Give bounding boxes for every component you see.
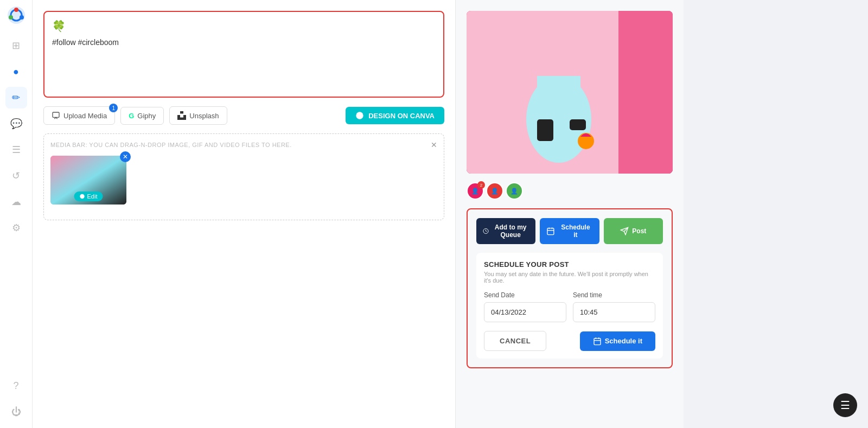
post-button[interactable]: Post xyxy=(604,218,663,244)
sidebar-item-logout[interactable]: ⏻ xyxy=(5,401,27,423)
upload-media-label: Upload Media xyxy=(63,112,107,120)
avatar-3[interactable]: 👤 xyxy=(506,182,523,200)
send-time-field: Send time xyxy=(573,291,655,322)
giphy-label: Giphy xyxy=(137,112,156,120)
action-buttons-section: Add to my Queue Schedule it Post SCHEDUL… xyxy=(467,208,673,368)
queue-label: Add to my Queue xyxy=(492,223,529,239)
sidebar-item-history[interactable]: ↺ xyxy=(5,165,27,187)
media-bar: MEDIA BAR: YOU CAN DRAG-N-DROP IMAGE, GI… xyxy=(43,133,444,220)
media-bar-label: MEDIA BAR: YOU CAN DRAG-N-DROP IMAGE, GI… xyxy=(50,140,437,149)
unsplash-label: Unsplash xyxy=(189,112,219,120)
upload-badge: 1 xyxy=(109,104,118,112)
svg-point-6 xyxy=(356,112,363,119)
action-buttons-row: Add to my Queue Schedule it Post xyxy=(476,218,663,244)
giphy-icon: G xyxy=(129,112,134,120)
chat-icon: ☰ xyxy=(840,399,850,412)
main-content: 🍀 #follow #circleboom Upload Media 1 G G… xyxy=(33,0,868,428)
post-text-content: #follow #circleboom xyxy=(52,37,436,48)
svg-rect-18 xyxy=(547,228,554,235)
sidebar: ⊞ ● ✏ 💬 ☰ ↺ ☁ ⚙ ? ⏻ xyxy=(0,0,33,428)
schedule-it-button[interactable]: Schedule it xyxy=(540,218,599,244)
canva-label: DESIGN ON CANVA xyxy=(368,112,435,120)
post-preview-image xyxy=(467,11,673,174)
schedule-label: Schedule it xyxy=(558,223,592,239)
send-date-label: Send Date xyxy=(484,291,566,299)
sidebar-item-settings[interactable]: ⚙ xyxy=(5,217,27,239)
avatar-2[interactable]: 👤 xyxy=(486,182,503,200)
thumbnail-edit-button[interactable]: Edit xyxy=(74,191,103,201)
media-bar-close[interactable]: ✕ xyxy=(431,140,438,149)
sidebar-item-cloud[interactable]: ☁ xyxy=(5,191,27,213)
schedule-fields: Send Date Send time xyxy=(484,291,655,322)
schedule-actions: CANCEL Schedule it xyxy=(484,331,655,351)
app-logo[interactable] xyxy=(7,5,26,25)
avatar-1-badge: 2 xyxy=(477,181,485,189)
svg-point-2 xyxy=(14,8,18,12)
send-date-input[interactable] xyxy=(484,302,566,322)
sidebar-item-edit[interactable]: ✏ xyxy=(5,87,27,108)
upload-media-button[interactable]: Upload Media 1 xyxy=(43,106,115,125)
schedule-subtitle: You may set any date in the future. We'l… xyxy=(484,271,655,284)
post-editor-panel: 🍀 #follow #circleboom Upload Media 1 G G… xyxy=(33,0,456,428)
thumbnail-remove-button[interactable]: ✕ xyxy=(120,151,131,162)
sidebar-item-feed[interactable]: ☰ xyxy=(5,139,27,161)
sidebar-item-dollar[interactable]: ● xyxy=(5,61,27,82)
canva-button[interactable]: DESIGN ON CANVA xyxy=(346,107,444,124)
media-toolbar: Upload Media 1 G Giphy Unsplash DESIGN O… xyxy=(43,106,444,125)
svg-point-8 xyxy=(80,194,84,199)
giphy-button[interactable]: G Giphy xyxy=(120,107,164,125)
schedule-it-confirm-label: Schedule it xyxy=(605,337,642,345)
add-to-queue-button[interactable]: Add to my Queue xyxy=(476,218,535,244)
schedule-it-confirm-button[interactable]: Schedule it xyxy=(580,331,655,351)
send-date-field: Send Date xyxy=(484,291,566,322)
media-thumbnail: ✕ Edit xyxy=(50,156,126,205)
schedule-section: SCHEDULE YOUR POST You may set any date … xyxy=(476,253,663,359)
sidebar-item-comments[interactable]: 💬 xyxy=(5,113,27,135)
svg-rect-13 xyxy=(537,119,553,141)
post-text-area[interactable]: 🍀 #follow #circleboom xyxy=(43,11,444,98)
chat-bubble-button[interactable]: ☰ xyxy=(833,393,857,417)
svg-point-4 xyxy=(9,15,13,20)
unsplash-button[interactable]: Unsplash xyxy=(169,106,227,125)
cancel-button[interactable]: CANCEL xyxy=(484,331,546,351)
preview-panel: 👤 2 👤 👤 Add to my Queue Schedule it xyxy=(456,0,684,428)
sidebar-item-dashboard[interactable]: ⊞ xyxy=(5,35,27,56)
svg-rect-16 xyxy=(618,11,673,174)
svg-rect-24 xyxy=(594,338,601,344)
accounts-row: 👤 2 👤 👤 xyxy=(467,182,673,200)
avatar-1[interactable]: 👤 2 xyxy=(467,182,484,200)
post-emoji: 🍀 xyxy=(52,20,436,33)
svg-point-3 xyxy=(20,15,24,20)
svg-rect-14 xyxy=(570,119,586,130)
sidebar-item-help[interactable]: ? xyxy=(5,375,27,397)
send-time-label: Send time xyxy=(573,291,655,299)
post-label: Post xyxy=(632,227,646,235)
send-time-input[interactable] xyxy=(573,302,655,322)
schedule-title: SCHEDULE YOUR POST xyxy=(484,260,655,269)
svg-rect-5 xyxy=(53,112,59,117)
